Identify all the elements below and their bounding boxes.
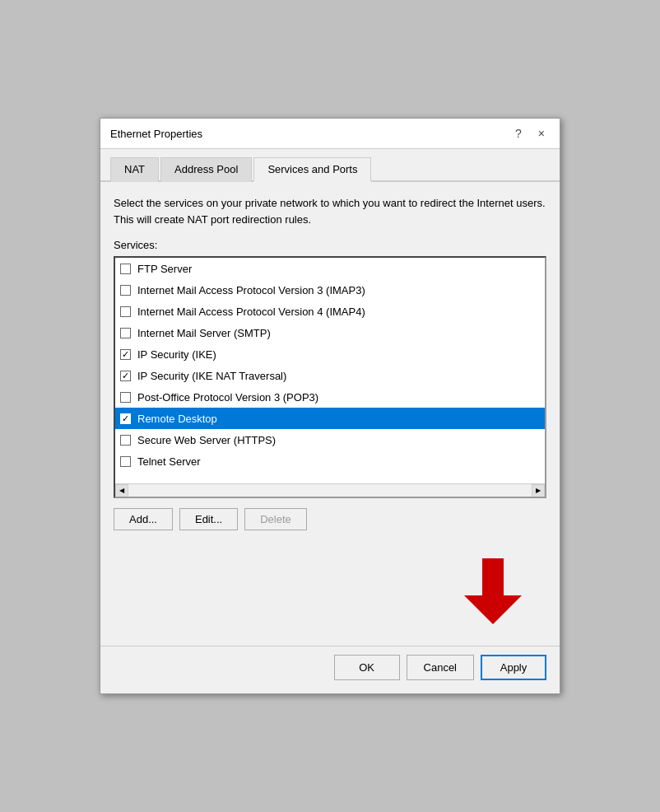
tab-nat-label: NAT <box>124 163 145 175</box>
edit-button[interactable]: Edit... <box>179 508 238 530</box>
list-item[interactable]: Telnet Server <box>115 450 545 472</box>
down-arrow-icon <box>464 558 522 624</box>
list-item[interactable]: Secure Web Server (HTTPS) <box>115 429 545 450</box>
list-item[interactable]: Internet Mail Access Protocol Version 3 … <box>115 279 545 301</box>
service-label-ike: IP Security (IKE) <box>137 348 216 361</box>
service-label-ftp: FTP Server <box>137 263 192 275</box>
tab-address-pool[interactable]: Address Pool <box>160 157 252 182</box>
checkbox-imap4[interactable] <box>120 306 131 317</box>
apply-button[interactable]: Apply <box>481 655 546 680</box>
checkbox-ike-nat[interactable] <box>120 371 131 381</box>
tab-address-pool-label: Address Pool <box>174 163 238 175</box>
list-item[interactable]: IP Security (IKE) <box>115 343 545 365</box>
scroll-right-arrow[interactable]: ▶ <box>532 484 545 497</box>
service-label-telnet: Telnet Server <box>137 455 201 468</box>
services-list[interactable]: FTP Server Internet Mail Access Protocol… <box>115 258 545 483</box>
svg-rect-0 <box>482 558 504 595</box>
service-label-imap3: Internet Mail Access Protocol Version 3 … <box>137 284 365 296</box>
list-item[interactable]: Internet Mail Server (SMTP) <box>115 322 545 343</box>
checkbox-smtp[interactable] <box>120 328 131 338</box>
services-list-container: FTP Server Internet Mail Access Protocol… <box>114 256 546 498</box>
scroll-track[interactable] <box>128 484 532 497</box>
tab-content: Select the services on your private netw… <box>100 182 560 646</box>
horizontal-scrollbar[interactable]: ◀ ▶ <box>115 483 545 497</box>
cancel-button[interactable]: Cancel <box>407 655 474 680</box>
checkbox-telnet[interactable] <box>120 456 131 467</box>
checkbox-imap3[interactable] <box>120 285 131 296</box>
ethernet-properties-dialog: Ethernet Properties ? × NAT Address Pool… <box>100 118 560 694</box>
close-button[interactable]: × <box>533 125 550 142</box>
checkbox-remote-desktop[interactable] <box>120 413 131 424</box>
tab-services-ports[interactable]: Services and Ports <box>253 157 371 182</box>
list-item-selected[interactable]: Remote Desktop <box>115 408 545 429</box>
dialog-title: Ethernet Properties <box>110 128 202 140</box>
tab-nat[interactable]: NAT <box>110 157 159 182</box>
bottom-buttons: OK Cancel Apply <box>100 646 560 693</box>
title-bar: Ethernet Properties ? × <box>100 119 560 149</box>
add-button[interactable]: Add... <box>114 508 173 530</box>
title-bar-right: ? × <box>510 125 550 142</box>
service-label-ike-nat: IP Security (IKE NAT Traversal) <box>137 370 286 382</box>
checkbox-pop3[interactable] <box>120 392 131 403</box>
list-item[interactable]: IP Security (IKE NAT Traversal) <box>115 365 545 386</box>
tab-services-ports-label: Services and Ports <box>267 163 357 175</box>
action-buttons: Add... Edit... Delete <box>114 508 546 530</box>
list-item[interactable]: Internet Mail Access Protocol Version 4 … <box>115 301 545 322</box>
services-label: Services: <box>114 239 546 251</box>
ok-button[interactable]: OK <box>334 655 400 680</box>
delete-button[interactable]: Delete <box>244 508 307 530</box>
list-item[interactable]: FTP Server <box>115 258 545 279</box>
help-button[interactable]: ? <box>510 125 527 142</box>
checkbox-ike[interactable] <box>120 349 131 360</box>
tab-bar: NAT Address Pool Services and Ports <box>100 149 560 182</box>
service-label-imap4: Internet Mail Access Protocol Version 4 … <box>137 306 365 318</box>
description-text: Select the services on your private netw… <box>114 195 546 227</box>
arrow-indicator <box>114 542 546 632</box>
checkbox-ftp[interactable] <box>120 264 131 274</box>
service-label-pop3: Post-Office Protocol Version 3 (POP3) <box>137 391 318 404</box>
list-item[interactable]: Post-Office Protocol Version 3 (POP3) <box>115 386 545 408</box>
checkbox-https[interactable] <box>120 435 131 446</box>
scroll-left-arrow[interactable]: ◀ <box>115 484 128 497</box>
service-label-remote-desktop: Remote Desktop <box>137 413 217 425</box>
title-bar-left: Ethernet Properties <box>110 128 202 140</box>
service-label-smtp: Internet Mail Server (SMTP) <box>137 327 271 339</box>
service-label-https: Secure Web Server (HTTPS) <box>137 434 276 446</box>
svg-marker-1 <box>464 595 522 624</box>
